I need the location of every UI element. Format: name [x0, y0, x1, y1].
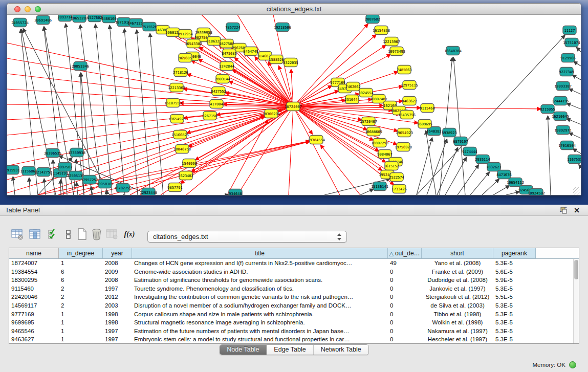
table-cell[interactable]: 19384554: [9, 268, 59, 276]
show-columns-icon[interactable]: [28, 227, 42, 242]
table-cell[interactable]: Tourette syndrome. Phenomenology and cla…: [132, 285, 388, 293]
graph-edge[interactable]: [493, 186, 510, 195]
table-cell[interactable]: 2008: [103, 259, 132, 268]
table-cell[interactable]: 9777169: [9, 310, 59, 319]
function-builder-icon[interactable]: f(x): [121, 227, 138, 242]
table-row[interactable]: 911546021997Tourette syndrome. Phenomeno…: [9, 285, 573, 293]
graph-edge[interactable]: [293, 106, 367, 129]
resize-grip-icon[interactable]: [573, 187, 580, 194]
table-cell[interactable]: 6: [59, 276, 103, 285]
table-cell[interactable]: de Silva et al. (2003): [422, 301, 493, 310]
table-scrollbar-thumb[interactable]: [574, 260, 578, 279]
table-cell[interactable]: 1998: [103, 318, 132, 327]
graph-edge[interactable]: [572, 75, 581, 80]
table-cell[interactable]: 5.6E-5: [493, 268, 536, 276]
table-cell[interactable]: 0: [388, 310, 422, 319]
table-cell[interactable]: 1: [59, 327, 103, 336]
table-cell[interactable]: 1: [59, 310, 103, 319]
table-cell[interactable]: Dudbridge et al. (2008): [422, 276, 493, 285]
table-cell[interactable]: 1: [59, 318, 103, 327]
row-height-icon[interactable]: [61, 227, 76, 242]
graph-edge[interactable]: [191, 60, 293, 106]
table-cell[interactable]: 0: [388, 335, 422, 343]
import-table-icon[interactable]: [105, 227, 119, 242]
column-header-short[interactable]: short: [422, 248, 493, 259]
graph-edge[interactable]: [576, 47, 581, 52]
graph-edge[interactable]: [567, 103, 581, 109]
table-cell[interactable]: 9465546: [9, 327, 59, 336]
table-cell[interactable]: 5.3E-5: [493, 318, 536, 327]
graph-edge[interactable]: [95, 24, 112, 195]
table-cell[interactable]: Disruption of a novel member of a sodium…: [132, 301, 388, 310]
table-cell[interactable]: 18300295: [9, 276, 59, 285]
network-window-titlebar[interactable]: citations_edges.txt: [7, 4, 581, 15]
table-cell[interactable]: 2: [59, 301, 103, 310]
table-cell[interactable]: 0: [388, 327, 422, 336]
column-header-title[interactable]: title: [132, 248, 388, 259]
graph-edge[interactable]: [289, 106, 293, 195]
table-row[interactable]: 969969511998Structural magnetic resonanc…: [9, 318, 573, 327]
table-cell[interactable]: 18724007: [9, 259, 59, 268]
table-cell[interactable]: 0: [388, 276, 422, 285]
table-cell[interactable]: Yano et al. (2008): [422, 259, 493, 268]
graph-edge[interactable]: [458, 165, 479, 195]
graph-edge[interactable]: [437, 147, 458, 195]
table-cell[interactable]: Genome-wide association studies in ADHD.: [132, 268, 388, 276]
table-source-select[interactable]: citations_edges.txt: [147, 231, 347, 243]
graph-edge[interactable]: [232, 70, 293, 106]
table-cell[interactable]: 6: [59, 268, 103, 276]
graph-edge[interactable]: [110, 25, 125, 195]
table-cell[interactable]: 9463627: [9, 335, 59, 343]
table-cell[interactable]: Investigating the contribution of common…: [132, 293, 388, 301]
graph-edge[interactable]: [470, 172, 490, 195]
graph-edge[interactable]: [60, 180, 61, 195]
table-cell[interactable]: Embryonic stem cells: a model to study s…: [132, 335, 388, 343]
table-cell[interactable]: Nakamura et al. (1997): [422, 327, 493, 336]
table-cell[interactable]: 2003: [103, 301, 132, 310]
table-row[interactable]: 1872400712008Changes of HCN gene express…: [9, 259, 573, 268]
table-cell[interactable]: 9699695: [9, 318, 59, 327]
table-row[interactable]: 2242004622012Investigating the contribut…: [9, 293, 573, 301]
select-columns-icon[interactable]: [46, 227, 60, 242]
network-svg[interactable]: 2405572420691406289371410653287152760264…: [7, 15, 581, 195]
delete-icon[interactable]: [90, 227, 104, 242]
table-cell[interactable]: 5.3E-5: [493, 285, 536, 293]
column-header-in_degree[interactable]: in_degree: [59, 248, 103, 259]
graph-edge[interactable]: [567, 119, 581, 124]
graph-edge[interactable]: [579, 164, 581, 167]
table-cell[interactable]: 2: [59, 293, 103, 301]
table-cell[interactable]: Estimation of significance thresholds fo…: [132, 276, 388, 285]
table-cell[interactable]: Hescheler et al. (1997): [422, 335, 493, 343]
graph-edge[interactable]: [150, 33, 163, 195]
graph-edge[interactable]: [548, 116, 551, 195]
column-header-name[interactable]: name: [9, 248, 59, 259]
table-row[interactable]: 1938455462009Genome-wide association stu…: [9, 268, 573, 276]
table-cell[interactable]: Changes of HCN gene expression and I(f) …: [132, 259, 388, 268]
table-row[interactable]: 1830029562008Estimation of significance …: [9, 276, 573, 285]
graph-edge[interactable]: [360, 189, 374, 195]
graph-edge[interactable]: [76, 182, 78, 195]
table-cell[interactable]: Structural magnetic resonance image aver…: [132, 318, 388, 327]
table-cell[interactable]: Franke et al. (2009): [422, 268, 493, 276]
graph-edge[interactable]: [124, 29, 138, 195]
table-cell[interactable]: 5.3E-5: [493, 310, 536, 319]
table-cell[interactable]: 2009: [103, 268, 132, 276]
table-cell[interactable]: 0: [388, 293, 422, 301]
column-header-pagerank[interactable]: pagerank: [493, 248, 536, 259]
table-cell[interactable]: 22420046: [9, 293, 59, 301]
column-header-year[interactable]: year: [103, 248, 132, 259]
table-cell[interactable]: 5.9E-5: [493, 276, 536, 285]
tab-network-table[interactable]: Network Table: [313, 345, 368, 355]
table-cell[interactable]: 5.3E-5: [493, 301, 536, 310]
table-cell[interactable]: 0: [388, 268, 422, 276]
tab-node-table[interactable]: Node Table: [220, 345, 266, 355]
table-row[interactable]: 946554611997Estimation of the future num…: [9, 327, 573, 336]
table-cell[interactable]: Estimation of the future numbers of pati…: [132, 327, 388, 336]
table-cell[interactable]: 5.3E-5: [493, 335, 536, 343]
graph-edge[interactable]: [506, 191, 519, 195]
table-row[interactable]: 977716911998Corpus callosum shape and si…: [9, 310, 573, 319]
table-cell[interactable]: Stergiakouli et al. (2012): [422, 293, 493, 301]
tab-edge-table[interactable]: Edge Table: [266, 345, 313, 355]
table-cell[interactable]: 1: [59, 259, 103, 268]
graph-edge[interactable]: [293, 106, 382, 170]
